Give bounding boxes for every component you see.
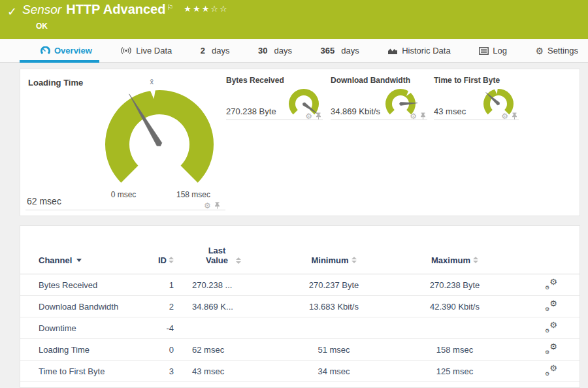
column-header-minimum[interactable]: Minimum — [285, 255, 383, 265]
pin-icon[interactable] — [316, 110, 321, 122]
gauge-scale-max: 158 msec — [157, 190, 229, 199]
sort-icon[interactable] — [473, 257, 478, 265]
tab-label: Historic Data — [402, 46, 450, 56]
bytes-received-value: 270.238 Byte — [226, 106, 276, 116]
tab-log[interactable]: Log — [479, 46, 507, 56]
sort-icon[interactable] — [351, 257, 357, 265]
gauge-cell-time-to-first-byte: Time to First Byte 43 msec ⚙ — [434, 74, 519, 127]
channel-table-header: Channel ID Last Value Minimum Maximum — [20, 226, 580, 274]
sort-icon[interactable] — [236, 257, 241, 265]
channel-settings-icon[interactable]: ⚙⚙ — [545, 301, 557, 312]
column-header-channel[interactable]: Channel — [39, 255, 143, 265]
gauge-cell-bytes-received: Bytes Received 270.238 Byte ⚙ — [226, 74, 323, 127]
tab-365-days[interactable]: 365days — [321, 46, 359, 56]
gauge-title-loading-time: Loading Time — [28, 78, 83, 88]
priority-stars[interactable]: ★★★☆☆ — [184, 4, 228, 14]
tab-historic-data[interactable]: Historic Data — [387, 46, 450, 56]
gear-icon: ⚙ — [535, 46, 544, 56]
pin-icon[interactable] — [420, 110, 426, 122]
gauge-scale-min: 0 msec — [88, 190, 159, 199]
channel-settings-icon[interactable]: ⚙⚙ — [545, 323, 557, 334]
pin-icon[interactable] — [214, 200, 220, 212]
prtg-sensor-page: ✓ SensorHTTP Advanced⚐★★★☆☆ OK Overview … — [0, 0, 588, 388]
table-row: Download Bandwidth 2 34.869 K... 13.683 … — [20, 296, 580, 317]
tab-2-days[interactable]: 2days — [201, 46, 230, 56]
tab-settings[interactable]: ⚙ Settings — [535, 46, 578, 56]
loading-time-value: 62 msec — [27, 196, 61, 206]
table-row: Bytes Received 1 270.238 ... 270.237 Byt… — [20, 274, 580, 296]
status-badge: OK — [36, 22, 48, 31]
ok-check-icon: ✓ — [7, 5, 17, 19]
sensor-status-bar: ✓ SensorHTTP Advanced⚐★★★☆☆ OK — [0, 0, 588, 39]
area-chart-icon — [387, 47, 398, 55]
channel-table-panel: Channel ID Last Value Minimum Maximum — [20, 225, 580, 388]
gauge-settings-gear-icon[interactable]: ⚙ — [501, 112, 508, 120]
gauge-title-download-bandwidth: Download Bandwidth — [331, 76, 410, 85]
pin-icon[interactable] — [512, 110, 517, 122]
column-header-maximum[interactable]: Maximum — [383, 255, 527, 265]
loading-time-gauge: x̄ — [91, 76, 228, 200]
page-title: HTTP Advanced — [66, 2, 165, 16]
column-header-id[interactable]: ID — [143, 255, 174, 265]
table-row: Time to First Byte 3 43 msec 34 msec 125… — [20, 361, 580, 382]
gauge-settings-gear-icon[interactable]: ⚙ — [410, 112, 417, 120]
channel-settings-icon[interactable]: ⚙⚙ — [545, 366, 557, 377]
gauge-settings-gear-icon[interactable]: ⚙ — [305, 112, 312, 120]
tab-label: Log — [493, 46, 507, 56]
table-row: Downtime -4 ⚙⚙ — [20, 317, 580, 339]
tab-label: Settings — [547, 46, 578, 56]
table-row: Loading Time 0 62 msec 51 msec 158 msec … — [20, 339, 580, 361]
channel-settings-icon[interactable]: ⚙⚙ — [545, 280, 557, 291]
active-tab-underline — [20, 60, 99, 63]
sort-icon[interactable] — [169, 257, 174, 265]
tab-bar: Overview Live Data 2days 30days 365days … — [0, 39, 588, 63]
divider — [25, 210, 225, 210]
time-to-first-byte-value: 43 msec — [434, 106, 466, 116]
tab-30-days[interactable]: 30days — [258, 46, 292, 56]
gauge-icon — [41, 46, 50, 55]
tab-overview[interactable]: Overview — [41, 46, 92, 56]
gauge-cell-download-bandwidth: Download Bandwidth 34.869 Kbit/s ⚙ — [331, 74, 427, 127]
flag-icon[interactable]: ⚐ — [167, 3, 173, 11]
log-icon — [479, 47, 489, 55]
tab-label: Live Data — [136, 46, 172, 56]
gauge-settings-gear-icon[interactable]: ⚙ — [204, 202, 211, 210]
chevron-down-icon — [76, 259, 82, 262]
svg-text:x̄: x̄ — [150, 78, 154, 86]
gauges-panel: Loading Time x̄ 0 msec 158 msec 62 msec … — [20, 69, 580, 216]
download-bandwidth-value: 34.869 Kbit/s — [331, 106, 380, 116]
live-icon — [120, 46, 132, 55]
channel-settings-icon[interactable]: ⚙⚙ — [545, 344, 557, 355]
tab-live-data[interactable]: Live Data — [120, 46, 172, 56]
column-header-last-value[interactable]: Last Value — [192, 246, 285, 265]
gauge-title-bytes-received: Bytes Received — [226, 76, 284, 85]
gauge-title-time-to-first-byte: Time to First Byte — [434, 76, 500, 85]
tab-label: Overview — [54, 46, 92, 56]
sensor-type-label: Sensor — [22, 3, 61, 16]
